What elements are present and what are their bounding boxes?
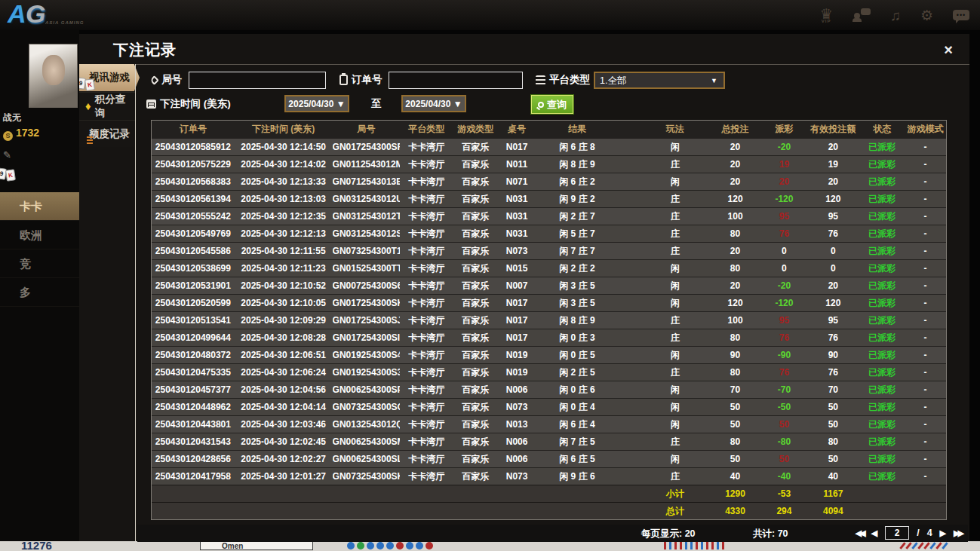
cell-result: 闲 0 庄 4 [536, 401, 619, 414]
cell-total_bet: 50 [709, 454, 762, 464]
cell-round: GN073254300SK [333, 471, 401, 482]
cell-game: 百家乐 [453, 141, 498, 154]
cell-game: 百家乐 [453, 262, 498, 275]
lobby-menu-item[interactable]: 欧洲 [0, 221, 79, 249]
coin-icon: S [3, 131, 13, 141]
cell-table: N006 [498, 436, 536, 447]
cell-platform: 卡卡湾厅 [400, 245, 453, 258]
header-time: 下注时间 (美东) [235, 123, 333, 136]
lobby-menu-item[interactable]: 卡卡 [0, 192, 79, 221]
round-number-input[interactable] [189, 72, 326, 89]
ag-logo[interactable]: A G ASIA GAMING [8, 1, 98, 29]
logo-subtitle: ASIA GAMING [45, 20, 84, 25]
cell-game: 百家乐 [453, 193, 498, 206]
gem-icon: ♦ [85, 100, 91, 112]
cell-bet: 庄 [641, 332, 709, 344]
cell-result: 闲 9 庄 6 [536, 470, 619, 483]
cell-status: 已派彩 [859, 193, 905, 206]
cell-round: GN0712543013E [333, 176, 401, 187]
next-page-button[interactable]: ▶ [940, 528, 946, 538]
cell-bet: 庄 [641, 245, 709, 258]
lobby-menu-item[interactable]: 竞 [0, 249, 79, 278]
cell-payout: -120 [761, 194, 806, 204]
cell-table: N006 [498, 384, 536, 395]
platform-type-select[interactable]: 1.全部 ▼ [594, 72, 725, 89]
lobby-menu-item[interactable]: 多 [0, 278, 79, 307]
filter-row-1: 局号 订单号 平台类型 1.全部 ▼ [136, 71, 969, 90]
cell-game: 百家乐 [453, 453, 498, 466]
balance-value: 1732 [16, 127, 39, 139]
cell-valid_bet: 0 [806, 263, 859, 274]
cell-platform: 卡卡湾厅 [400, 280, 453, 292]
cell-result: 闲 2 庄 5 [536, 366, 619, 379]
chat-icon[interactable]: ••• [953, 10, 969, 20]
bet-records-table: 订单号下注时间 (美东)局号平台类型游戏类型桌号结果玩法总投注派彩有效投注额状态… [151, 120, 947, 520]
cell-order: 250430120555242 [152, 211, 235, 222]
cell-platform: 卡卡湾厅 [400, 453, 453, 466]
balance-row: S 1732 [3, 127, 39, 141]
avatar [29, 44, 78, 108]
cell-mode: - [905, 176, 946, 187]
modal-side-menu: K9视讯游戏♦积分查询额度记录 [79, 64, 135, 541]
modal-content: 局号 订单号 平台类型 1.全部 ▼ [136, 64, 969, 541]
header-result: 结果 [536, 123, 619, 136]
cell-total_bet: 70 [709, 384, 762, 395]
prev-page-button[interactable]: ◀ [871, 528, 877, 538]
cell-mode: - [905, 402, 946, 412]
cell-payout: -40 [761, 471, 806, 482]
header-bet: 玩法 [641, 123, 709, 136]
menu-item-label: 积分查询 [95, 93, 135, 120]
table-row: 2504301205859122025-04-30 12:14:50GN0172… [152, 138, 946, 155]
cell-bet: 闲 [641, 297, 709, 310]
cell-bet: 庄 [641, 210, 709, 223]
cell-result: 闲 6 庄 2 [536, 176, 619, 188]
order-number-input[interactable] [389, 72, 523, 89]
cell-payout: 20 [761, 176, 806, 187]
cell-bet: 闲 [641, 176, 709, 188]
first-page-button[interactable]: ◀◀ [856, 528, 864, 538]
cell-status: 已派彩 [859, 436, 905, 448]
date-to-picker[interactable]: 2025/04/30 ▼ [401, 95, 466, 112]
bottom-table-label: Omen [200, 541, 313, 550]
table-row: 2504301205319012025-04-30 12:10:52GN0072… [152, 277, 946, 294]
header-mode: 游戏模式 [905, 123, 946, 136]
cell-time: 2025-04-30 12:04:56 [235, 384, 333, 395]
cell-total_bet: 120 [709, 298, 762, 308]
cell-mode: - [905, 384, 946, 395]
cell-result: 闲 2 庄 7 [536, 210, 619, 223]
last-page-button[interactable]: ▶▶ [954, 528, 962, 538]
cell-time: 2025-04-30 12:11:55 [235, 246, 333, 256]
music-icon[interactable]: ♫ [890, 8, 901, 23]
table-row: 2504301204438012025-04-30 12:03:46GN0132… [152, 415, 946, 433]
cell-payout: 50 [761, 454, 806, 464]
header-game: 游戏类型 [453, 123, 498, 136]
topbar-icons: ♛VIP ♫ ⚙ ••• [820, 0, 969, 30]
cell-round: GN019254300S3 [333, 367, 401, 378]
vip-icon[interactable]: ♛VIP [820, 7, 833, 23]
edit-pencil-icon: ✎ [3, 149, 11, 161]
cell-time: 2025-04-30 12:06:51 [235, 350, 333, 360]
menu-item-视讯游戏[interactable]: K9视讯游戏 [79, 64, 140, 91]
menu-item-额度记录[interactable]: 额度记录 [79, 120, 135, 147]
cell-status: 已派彩 [859, 470, 905, 483]
close-icon[interactable]: × [944, 41, 953, 59]
cell-round: GN0132543012Q [333, 419, 401, 430]
cell-mode: - [905, 142, 946, 152]
cell-platform: 卡卡湾厅 [400, 210, 453, 223]
settings-gear-icon[interactable]: ⚙ [920, 8, 933, 23]
cell-order: 250430120561394 [152, 194, 235, 204]
header-table: 桌号 [498, 123, 536, 136]
cell-time: 2025-04-30 12:09:29 [235, 315, 333, 326]
menu-item-积分查询[interactable]: ♦积分查询 [79, 92, 135, 119]
search-button[interactable]: 查询 [531, 95, 573, 114]
cell-time: 2025-04-30 12:13:33 [235, 176, 333, 187]
cell-total_bet: 20 [709, 159, 762, 170]
cell-platform: 卡卡湾厅 [400, 366, 453, 379]
cell-time: 2025-04-30 12:02:45 [235, 436, 333, 447]
cell-total_bet: 90 [709, 350, 762, 360]
customer-support-icon[interactable] [853, 8, 871, 22]
page-number-input[interactable] [885, 526, 909, 540]
cell-mode: - [905, 228, 946, 239]
date-from-picker[interactable]: 2025/04/30 ▼ [284, 95, 349, 112]
per-page-label: 每页显示: 20 [641, 528, 696, 540]
